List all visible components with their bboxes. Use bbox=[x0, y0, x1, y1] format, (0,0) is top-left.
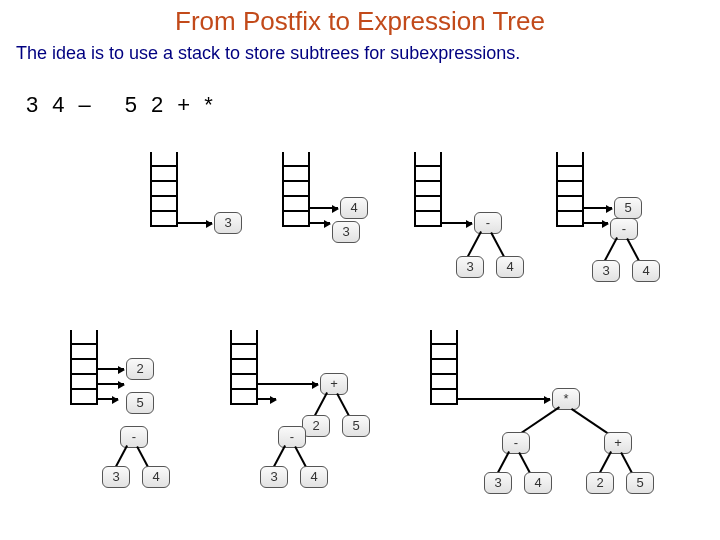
tree-node: 3 bbox=[592, 260, 620, 282]
tree-node: 5 bbox=[626, 472, 654, 494]
tree-node: - bbox=[502, 432, 530, 454]
arrow-icon bbox=[310, 222, 330, 224]
tree-node: 4 bbox=[142, 466, 170, 488]
stack-step-7 bbox=[430, 330, 458, 405]
tree-node: 2 bbox=[302, 415, 330, 437]
arrow-icon bbox=[98, 398, 118, 400]
arrow-icon bbox=[584, 222, 608, 224]
tree-node: 5 bbox=[342, 415, 370, 437]
tree-node: 5 bbox=[614, 197, 642, 219]
stack-step-6 bbox=[230, 330, 258, 405]
arrow-icon bbox=[442, 222, 472, 224]
arrow-icon bbox=[310, 207, 338, 209]
tree-node: 4 bbox=[300, 466, 328, 488]
tree-edge bbox=[314, 392, 328, 417]
arrow-icon bbox=[584, 207, 612, 209]
tree-node: - bbox=[278, 426, 306, 448]
tree-node: 2 bbox=[586, 472, 614, 494]
tree-node: + bbox=[604, 432, 632, 454]
tree-node: 3 bbox=[102, 466, 130, 488]
tree-node: + bbox=[320, 373, 348, 395]
tree-node: 3 bbox=[332, 221, 360, 243]
tree-node: - bbox=[610, 218, 638, 240]
tree-node: 4 bbox=[496, 256, 524, 278]
tree-node: * bbox=[552, 388, 580, 410]
arrow-icon bbox=[258, 398, 276, 400]
tree-node: - bbox=[120, 426, 148, 448]
stack-step-1 bbox=[150, 152, 178, 227]
tree-node: - bbox=[474, 212, 502, 234]
arrow-icon bbox=[98, 383, 124, 385]
arrow-icon bbox=[98, 368, 124, 370]
tree-node: 4 bbox=[524, 472, 552, 494]
stack-step-4 bbox=[556, 152, 584, 227]
arrow-icon bbox=[178, 222, 212, 224]
tree-node: 3 bbox=[260, 466, 288, 488]
tree-node: 3 bbox=[484, 472, 512, 494]
tree-edge bbox=[467, 231, 482, 258]
tree-node: 4 bbox=[340, 197, 368, 219]
stack-step-3 bbox=[414, 152, 442, 227]
stack-step-5 bbox=[70, 330, 98, 405]
tree-node: 4 bbox=[632, 260, 660, 282]
tree-edge bbox=[604, 237, 618, 262]
arrow-icon bbox=[458, 398, 550, 400]
tree-node: 2 bbox=[126, 358, 154, 380]
stack-step-2 bbox=[282, 152, 310, 227]
tree-node: 3 bbox=[214, 212, 242, 234]
diagram-stage: 3 4 3 - 3 4 5 - 3 4 2 5 - 3 4 + 2 bbox=[0, 0, 720, 540]
tree-node: 3 bbox=[456, 256, 484, 278]
tree-node: 5 bbox=[126, 392, 154, 414]
arrow-icon bbox=[258, 383, 318, 385]
